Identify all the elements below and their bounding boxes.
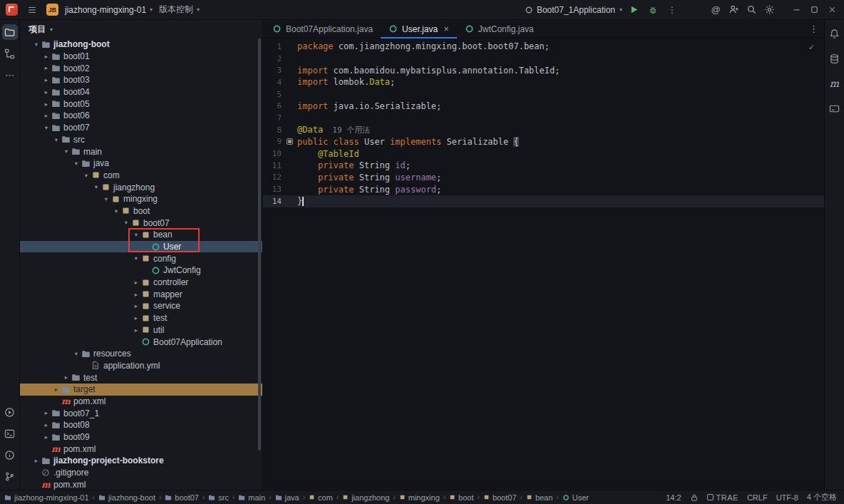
breadcrumb-jiazhong-mingxing-01[interactable]: jiazhong-mingxing-01 — [4, 493, 89, 502]
chevron-collapsed-icon[interactable]: ▸ — [41, 101, 51, 108]
tree-item-.gitignore[interactable]: .gitignore — [20, 467, 262, 479]
chevron-collapsed-icon[interactable]: ▸ — [41, 113, 51, 119]
run-config-selector[interactable]: Boot07_1Application ▾ — [525, 5, 622, 15]
tree-item-boot02[interactable]: ▸boot02 — [20, 62, 262, 74]
run-button[interactable] — [626, 2, 642, 18]
maven-tool-icon[interactable]: m — [827, 76, 843, 91]
chevron-collapsed-icon[interactable]: ▸ — [41, 410, 51, 416]
chevron-expanded-icon[interactable]: ▾ — [121, 220, 131, 226]
breadcrumb-src[interactable]: src — [208, 493, 229, 502]
tree-item-boot01[interactable]: ▸boot01 — [20, 51, 262, 63]
tab-options-icon[interactable]: ⋮ — [809, 24, 818, 34]
tree-item-service[interactable]: ▸service — [20, 300, 262, 312]
line-separator-indicator[interactable]: CRLF — [747, 493, 768, 502]
line-number[interactable]: 12 — [263, 173, 282, 182]
breadcrumb-jiangzhong[interactable]: jiangzhong — [342, 493, 389, 502]
chevron-collapsed-icon[interactable]: ▸ — [41, 422, 51, 428]
tree-item-mingxing[interactable]: ▾mingxing — [20, 193, 262, 205]
minimize-button[interactable] — [788, 2, 804, 18]
breadcrumb-boot[interactable]: boot — [449, 493, 473, 502]
chevron-collapsed-icon[interactable]: ▸ — [41, 53, 51, 60]
tree-item-boot07[interactable]: ▾boot07 — [20, 122, 262, 134]
tree-item-boot08[interactable]: ▸boot08 — [20, 419, 262, 431]
vcs-button[interactable]: 版本控制 ▾ — [159, 4, 200, 16]
breadcrumb-bean[interactable]: bean — [526, 493, 552, 502]
tree-item-boot07[interactable]: ▾boot07 — [20, 217, 262, 229]
chevron-expanded-icon[interactable]: ▾ — [31, 41, 41, 48]
chevron-expanded-icon[interactable]: ▾ — [131, 232, 141, 238]
line-number[interactable]: 13 — [263, 185, 282, 194]
main-menu-icon[interactable] — [24, 2, 40, 18]
editor-tab-User.java[interactable]: User.java× — [381, 20, 457, 38]
tree-item-boot05[interactable]: ▸boot05 — [20, 98, 262, 110]
problems-info-icon[interactable] — [2, 447, 18, 463]
debug-button[interactable] — [645, 2, 661, 18]
breadcrumb-jiazhong-boot[interactable]: jiazhong-boot — [98, 493, 155, 502]
settings-gear-icon[interactable] — [761, 2, 777, 18]
chevron-expanded-icon[interactable]: ▾ — [61, 148, 71, 155]
tree-item-boot[interactable]: ▾boot — [20, 205, 262, 217]
editor-tab-Boot07Application.java[interactable]: Boot07Application.java — [264, 20, 381, 38]
tree-item-JwtConfig[interactable]: JwtConfig — [20, 264, 262, 277]
close-window-button[interactable] — [824, 2, 840, 18]
lock-icon[interactable] — [690, 493, 699, 502]
indent-indicator[interactable]: 4 个空格 — [807, 492, 837, 503]
caret-position[interactable]: 14:2 — [666, 493, 681, 502]
chevron-expanded-icon[interactable]: ▾ — [51, 137, 61, 143]
tree-item-test[interactable]: ▸test — [20, 312, 262, 324]
tree-item-java[interactable]: ▾java — [20, 158, 262, 170]
code-editor[interactable]: 1package com.jiangzhong.mingxing.boot.bo… — [263, 38, 824, 490]
chevron-collapsed-icon[interactable]: ▸ — [131, 327, 141, 334]
chevron-expanded-icon[interactable]: ▾ — [131, 255, 141, 262]
line-number[interactable]: 10 — [263, 149, 282, 158]
chevron-collapsed-icon[interactable]: ▸ — [31, 458, 41, 464]
line-number[interactable]: 1 — [263, 42, 282, 51]
more-tool-windows-icon[interactable]: ⋯ — [2, 67, 18, 83]
line-number[interactable]: 3 — [263, 66, 282, 75]
chevron-expanded-icon[interactable]: ▾ — [111, 208, 121, 215]
tree-item-jiazhong-boot[interactable]: ▾jiazhong-boot — [20, 38, 262, 51]
tree-item-jiazhong-project-bookstore[interactable]: ▸jiazhong-project-bookstore — [20, 455, 262, 467]
tree-item-config[interactable]: ▾config — [20, 252, 262, 264]
tree-item-test[interactable]: ▸test — [20, 371, 262, 384]
tree-item-pom.xml[interactable]: mpom.xml — [20, 478, 262, 490]
notifications-bell-icon[interactable] — [827, 26, 843, 41]
tree-item-bean[interactable]: ▾bean — [20, 229, 262, 241]
more-run-actions-icon[interactable]: ⋮ — [664, 2, 680, 18]
editor-tab-JwtConfig.java[interactable]: JwtConfig.java — [457, 20, 542, 38]
chevron-collapsed-icon[interactable]: ▸ — [131, 303, 141, 309]
line-number[interactable]: 7 — [263, 113, 282, 123]
chevron-collapsed-icon[interactable]: ▸ — [131, 279, 141, 286]
database-icon[interactable] — [827, 51, 843, 66]
encoding-indicator[interactable]: UTF-8 — [776, 493, 798, 502]
chevron-collapsed-icon[interactable]: ▸ — [41, 65, 51, 71]
tree-item-jiangzhong[interactable]: ▾jiangzhong — [20, 181, 262, 193]
line-number[interactable]: 9 — [263, 137, 282, 146]
terminal-icon[interactable] — [2, 426, 18, 441]
tree-item-pom.xml[interactable]: mpom.xml — [20, 396, 262, 408]
line-number[interactable]: 14 — [263, 197, 282, 206]
tree-item-application.yml[interactable]: application.yml — [20, 360, 262, 372]
tree-item-target[interactable]: ▸target — [20, 384, 262, 396]
tree-item-boot06[interactable]: ▸boot06 — [20, 110, 262, 122]
services-run-icon[interactable] — [2, 404, 18, 420]
breadcrumb-mingxing[interactable]: mingxing — [399, 493, 440, 502]
line-number[interactable]: 5 — [263, 90, 282, 99]
line-number[interactable]: 2 — [263, 54, 282, 63]
mentions-icon[interactable]: @ — [708, 2, 724, 18]
tree-item-Boot07Application[interactable]: Boot07Application — [20, 336, 262, 348]
commit-card-icon[interactable] — [827, 101, 843, 116]
breadcrumb-boot07[interactable]: boot07 — [165, 493, 199, 502]
breadcrumb-main[interactable]: main — [238, 493, 265, 502]
chevron-expanded-icon[interactable]: ▾ — [71, 351, 81, 357]
tree-item-boot09[interactable]: ▸boot09 — [20, 431, 262, 443]
inspections-ok-icon[interactable]: ✓ — [809, 42, 814, 52]
chevron-expanded-icon[interactable]: ▾ — [91, 184, 101, 190]
chevron-expanded-icon[interactable]: ▾ — [41, 125, 51, 131]
tree-item-main[interactable]: ▾main — [20, 145, 262, 158]
tree-item-util[interactable]: ▸util — [20, 324, 262, 336]
tree-item-mapper[interactable]: ▸mapper — [20, 288, 262, 300]
breadcrumb-java[interactable]: java — [275, 493, 299, 502]
tree-item-com[interactable]: ▾com — [20, 170, 262, 182]
chevron-collapsed-icon[interactable]: ▸ — [41, 434, 51, 441]
